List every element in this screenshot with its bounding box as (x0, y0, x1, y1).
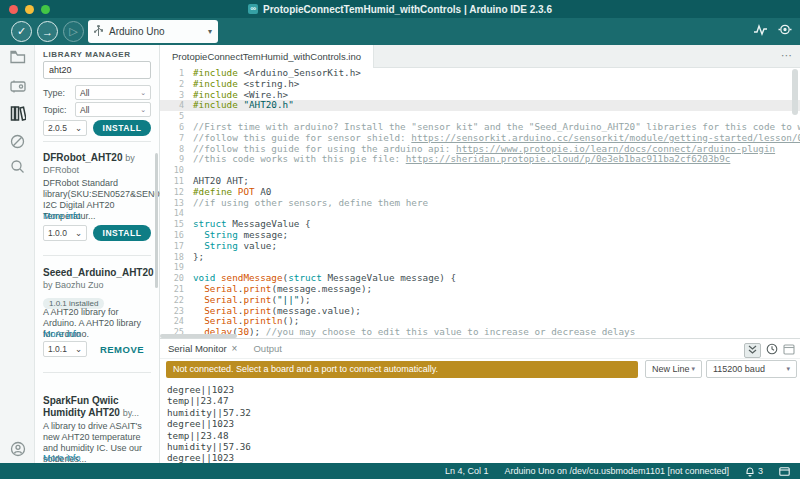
code-token: https://www.protopie.io/learn/docs/conne… (456, 143, 775, 154)
code-token: ); (249, 326, 266, 337)
bottom-panel-tabs: Serial Monitor × Output (160, 339, 800, 359)
status-bar: Ln 4, Col 1 Arduino Uno on /dev/cu.usbmo… (0, 463, 800, 479)
code-token: https://sensorkit.arduino.cc/sensorkit/m… (411, 132, 800, 143)
code-line-25[interactable]: 25 delay(30); //you may choose to edit t… (160, 327, 800, 338)
topic-filter-row: Topic: All ⌄ (43, 102, 151, 117)
code-line-9[interactable]: 9//this code works with this pie file: h… (160, 154, 800, 165)
chevron-down-icon: ▾ (786, 365, 790, 373)
cursor-position[interactable]: Ln 4, Col 1 (445, 466, 489, 476)
code-token: <Arduino_SensorKit.h> (243, 68, 361, 78)
sidebar-item-boards-manager[interactable] (8, 78, 27, 97)
tab-sketch[interactable]: ProtopieConnectTemHumid_withControls.ino (160, 45, 374, 68)
library-panel-scrollbar[interactable] (155, 153, 158, 288)
tab-output[interactable]: Output (253, 343, 282, 354)
board-selector[interactable]: Arduino Uno ▾ (88, 20, 218, 43)
more-info-link[interactable]: More info (43, 453, 151, 463)
version-select[interactable]: 1.0.0 ⌄ (43, 225, 87, 241)
library-item-author: DFRobot (43, 165, 151, 175)
baud-rate-select[interactable]: 115200 baud ▾ (706, 360, 797, 378)
sidebar-item-debug[interactable] (8, 134, 27, 153)
line-number: 4 (160, 100, 184, 111)
by-text: by (125, 153, 135, 163)
account-button[interactable] (8, 441, 27, 460)
chevron-down-icon: ⌄ (75, 344, 82, 354)
editor-vertical-scrollbar[interactable] (792, 69, 798, 115)
library-item-name[interactable]: Seeed_Arduino_AHT20 (43, 267, 151, 279)
code-editor[interactable]: 1#include <Arduino_SensorKit.h>2#include… (160, 68, 800, 338)
line-number: 13 (160, 198, 184, 209)
line-number: 18 (160, 252, 184, 263)
board-port-status[interactable]: Arduino Uno on /dev/cu.usbmodem1101 [not… (505, 466, 729, 476)
sidebar-item-search[interactable] (8, 159, 27, 178)
code-token: struct (288, 272, 322, 283)
sidebar-item-sketchbook[interactable] (8, 49, 27, 68)
serial-output-line: degree||1023 (167, 418, 251, 429)
library-item-name[interactable]: DFRobot_AHT20 by (43, 152, 151, 164)
code-line-18[interactable]: 18}; (160, 252, 800, 263)
code-token: }; (193, 251, 204, 262)
notifications-button[interactable]: 3 (745, 466, 763, 477)
by-text: by... (123, 408, 139, 418)
remove-row: 1.0.1 ⌄ REMOVE (43, 341, 151, 357)
upload-button[interactable]: → (37, 21, 58, 42)
baud-rate-value: 115200 baud (713, 364, 765, 374)
more-info-link[interactable]: More info (43, 329, 151, 339)
debug-icon: ▷ (69, 25, 77, 38)
serial-monitor-button[interactable] (778, 23, 792, 41)
zoom-window-button[interactable] (41, 5, 50, 14)
code-line-10[interactable]: 10 (160, 165, 800, 176)
close-window-button[interactable] (9, 5, 18, 14)
code-text: //this code works with this pie file: ht… (193, 154, 730, 165)
line-number: 22 (160, 295, 184, 306)
topic-label: Topic: (43, 105, 71, 115)
sidebar-item-library-manager[interactable] (8, 106, 27, 125)
code-token: #define (193, 186, 238, 197)
install-button[interactable]: INSTALL (93, 225, 151, 241)
clear-output-button[interactable] (783, 341, 795, 359)
code-token: A0 (255, 186, 272, 197)
autoscroll-toggle[interactable] (744, 343, 761, 358)
code-token (193, 294, 204, 305)
code-token: AHT20 AHT; (193, 175, 249, 186)
install-button[interactable]: INSTALL (93, 120, 151, 136)
code-line-4[interactable]: 4#include "AHT20.h" (160, 100, 800, 111)
type-filter-row: Type: All ⌄ (43, 85, 151, 100)
version-select[interactable]: 2.0.5 ⌄ (43, 120, 87, 136)
bell-icon (745, 466, 755, 477)
more-info-link[interactable]: More info (43, 211, 151, 221)
version-value: 1.0.0 (48, 228, 67, 238)
board-icon (10, 79, 26, 97)
serial-plotter-button[interactable] (753, 23, 768, 41)
type-select[interactable]: All ⌄ (75, 85, 151, 100)
tab-serial-monitor[interactable]: Serial Monitor × (168, 343, 237, 354)
code-text: }; (193, 252, 204, 263)
code-token: #include (193, 99, 243, 110)
line-number: 20 (160, 273, 184, 284)
minimize-window-button[interactable] (25, 5, 34, 14)
code-token: "||" (277, 294, 299, 305)
code-text: String value; (193, 241, 277, 252)
chevron-down-icon: ⌄ (140, 106, 146, 114)
more-actions-icon[interactable]: ⋯ (781, 49, 792, 62)
code-line-17[interactable]: 17 String value; (160, 241, 800, 252)
close-icon[interactable]: × (232, 343, 238, 354)
remove-button[interactable]: REMOVE (93, 344, 151, 355)
line-ending-select[interactable]: New Line ▾ (645, 360, 702, 378)
line-number: 2 (160, 79, 184, 90)
serial-monitor-panel: Serial Monitor × Output Not connected. S… (160, 338, 800, 463)
version-select[interactable]: 1.0.1 ⌄ (43, 341, 87, 357)
topic-select[interactable]: All ⌄ (75, 102, 151, 117)
code-line-13[interactable]: 13//if using other sensors, define them … (160, 198, 800, 209)
code-token: struct (193, 218, 227, 229)
title-bar: ∞ ProtopieConnectTemHumid_withControls |… (0, 0, 800, 18)
serial-output[interactable]: degree||1023temp||23.47humidity||57.32de… (167, 384, 251, 464)
code-text: //if using other sensors, define them he… (193, 198, 428, 209)
code-token: //First time with arduino? Install the "… (193, 121, 800, 132)
library-search-input[interactable]: aht20 (43, 61, 151, 79)
library-item-name[interactable]: SparkFun Qwiic Humidity AHT20 by... (43, 395, 151, 419)
timestamp-toggle[interactable] (766, 341, 778, 359)
debug-button[interactable]: ▷ (63, 21, 84, 42)
panel-title: LIBRARY MANAGER (43, 50, 151, 59)
window-layout-button[interactable] (779, 467, 790, 476)
verify-button[interactable]: ✓ (11, 21, 32, 42)
